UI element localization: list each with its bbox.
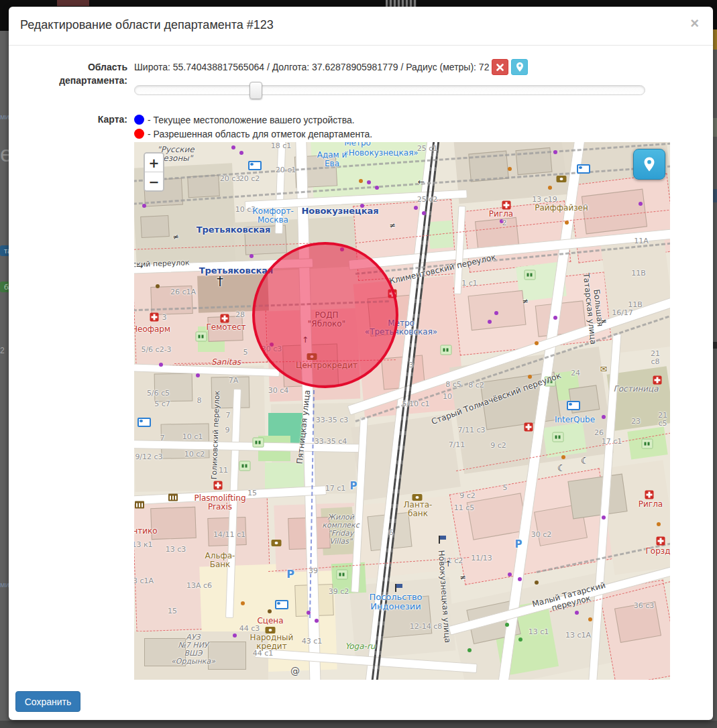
map-label: Ригла bbox=[639, 500, 663, 509]
map-poi-dot bbox=[241, 601, 245, 605]
map-label: Yoga-ru bbox=[345, 642, 376, 651]
legend-allowed-area: - Разрешенная область для отметок департ… bbox=[134, 127, 372, 141]
delete-area-button[interactable] bbox=[492, 59, 508, 75]
map-bank-icon bbox=[307, 353, 317, 360]
map-label: 7 bbox=[226, 412, 231, 420]
map-poi-dot bbox=[231, 145, 235, 149]
map-label: ≠ bbox=[459, 574, 465, 582]
close-icon[interactable]: × bbox=[686, 15, 703, 32]
map-label: 13 с19 bbox=[532, 196, 557, 204]
map-label: ☾ bbox=[581, 456, 590, 466]
map-label: Комфорт- Москва bbox=[252, 207, 293, 225]
map-poi-dot bbox=[561, 455, 565, 459]
legend-current-location: - Текущее местоположение вашего устройст… bbox=[134, 113, 355, 127]
map-poi-dot bbox=[467, 648, 472, 652]
map-building bbox=[567, 474, 627, 520]
map-poi-dot bbox=[575, 611, 579, 615]
map-green-icon bbox=[642, 439, 653, 449]
map-label: 13 с3 bbox=[166, 546, 186, 554]
map-label: 20 с1 bbox=[276, 166, 296, 174]
slider-handle[interactable] bbox=[250, 82, 262, 99]
locate-me-button[interactable] bbox=[633, 149, 665, 180]
map-label: 2 bbox=[502, 219, 507, 227]
zoom-out-button[interactable]: − bbox=[145, 172, 163, 190]
map-green-icon bbox=[337, 570, 348, 580]
map-label: 15 bbox=[247, 489, 257, 497]
map-poi-dot bbox=[639, 202, 643, 206]
map-label: 5 bbox=[243, 349, 248, 357]
map-label: 5 bbox=[503, 484, 508, 492]
map-cross-icon bbox=[502, 201, 511, 210]
coords-row: Широта: 55.740438817565064 / Долгота: 37… bbox=[134, 59, 528, 75]
locate-button[interactable] bbox=[511, 59, 528, 75]
map-label: ✉ bbox=[600, 365, 608, 374]
map-label: 33-35 с4 bbox=[315, 438, 347, 446]
map-label: 17 с1 bbox=[602, 438, 622, 446]
map-cross-icon bbox=[653, 376, 662, 385]
blue-dot-icon bbox=[134, 115, 144, 125]
map-label: 11В bbox=[631, 269, 646, 278]
map-green-icon bbox=[196, 332, 207, 342]
map-label: 13 с1 bbox=[529, 628, 549, 636]
map-green-icon bbox=[553, 432, 564, 442]
map-label: нтико bbox=[134, 527, 158, 536]
area-field-label: Область департамента: bbox=[34, 60, 127, 88]
map-canvas[interactable]: "Русские сезоны"Метро«Новокузнецкая»Адам… bbox=[134, 142, 670, 680]
map-label: Метро «Третьяковская» bbox=[365, 319, 437, 337]
zoom-in-button[interactable]: + bbox=[145, 154, 163, 172]
map-label: 44 с3 bbox=[239, 625, 260, 633]
map-label: 12-14 с8 bbox=[410, 623, 443, 631]
map-flag-icon bbox=[439, 536, 447, 544]
background-left-strip: миетаба2ми bbox=[0, 31, 9, 728]
map-cross-icon bbox=[214, 481, 223, 490]
map-green-icon bbox=[441, 345, 452, 355]
backdrop-fragment: ба bbox=[0, 282, 9, 292]
map-poi-dot bbox=[535, 341, 539, 345]
map-poi-dot bbox=[142, 204, 146, 208]
map-label: 36 с3 bbox=[634, 602, 655, 610]
map-green-icon bbox=[239, 461, 251, 471]
map-label: 24 bbox=[571, 369, 580, 377]
map-poi-dot bbox=[565, 221, 569, 225]
map-label: Народный кредит bbox=[250, 633, 294, 651]
map-label: InterQube bbox=[555, 416, 595, 424]
map-label: 5/6 с2-3 bbox=[141, 346, 171, 354]
map-poi-dot bbox=[508, 572, 512, 577]
map-flag-icon bbox=[395, 584, 403, 592]
map-label: Ригла bbox=[489, 210, 513, 219]
map-label: ≠ bbox=[522, 298, 528, 306]
save-button[interactable]: Сохранить bbox=[15, 691, 80, 712]
map-label: 13 с1А bbox=[134, 577, 154, 585]
map-building bbox=[468, 290, 527, 330]
backdrop-fragment: ми bbox=[0, 581, 9, 589]
background-band bbox=[713, 342, 717, 349]
map-poi-dot bbox=[239, 151, 243, 155]
map-label: Новокузнецкая bbox=[301, 206, 378, 216]
map-label: 21 с5 bbox=[658, 412, 667, 428]
map-label: ≠ bbox=[389, 222, 395, 230]
map-label: Plasmolifting Praxis bbox=[194, 494, 245, 511]
map-label: 30 с2 bbox=[531, 531, 552, 539]
map-label: 20 с3 bbox=[220, 175, 241, 183]
map-label: 39 с2 bbox=[329, 588, 349, 596]
map-label: 16/17 bbox=[612, 309, 633, 317]
map-poi-dot bbox=[553, 150, 557, 154]
map-label: P bbox=[286, 568, 294, 581]
radius-slider[interactable] bbox=[134, 85, 645, 95]
map-label: 26 с1А bbox=[170, 288, 196, 296]
map-label: АУЗ №7 НИУ ВШЭ «Ордынка» bbox=[171, 633, 215, 666]
map-label: 7 bbox=[160, 434, 165, 442]
map-building bbox=[187, 175, 220, 198]
map-label: 5/10 с1 bbox=[402, 400, 429, 408]
map-poi-dot bbox=[250, 254, 254, 258]
map-label: 20 с2 bbox=[239, 175, 260, 183]
map-pin-icon bbox=[516, 62, 524, 72]
map-block bbox=[265, 463, 304, 489]
map-label: 3 bbox=[409, 361, 414, 369]
map-poi-dot bbox=[196, 373, 200, 377]
backdrop-fragment: 2 bbox=[0, 346, 5, 355]
map-cross-icon bbox=[388, 290, 397, 298]
map-label: 9/12 с3 bbox=[135, 453, 162, 461]
map-bank-icon bbox=[272, 540, 282, 546]
map-poi-dot bbox=[602, 415, 606, 419]
